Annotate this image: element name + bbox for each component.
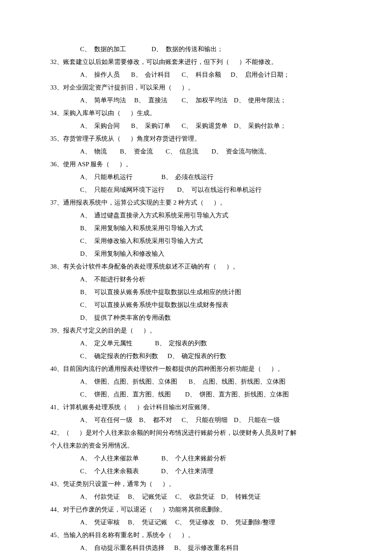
text-line: 个人往来款的资金另用情况。: [50, 439, 342, 452]
text-line: C、 只能在局域网环境下运行 D、 可以在线运行和单机运行: [50, 183, 342, 196]
text-line: A、 定义单元属性 B、 定报表的列数: [50, 337, 342, 350]
text-line: C、 确定报表的行数和列数 D、 确定报表的行数: [50, 350, 342, 362]
text-line: C、 采用修改输入和系统采用引导输入方式: [50, 234, 342, 247]
text-line: 44、对于已作废的凭证，可以退还（ ）功能将其彻底删除。: [50, 503, 342, 516]
text-line: A、 凭证审核 B、 凭证记账 C、 凭证修改 D、 凭证删除/整理: [50, 516, 342, 529]
text-line: C、 可以直接从账务系统中提取数据以生成财务报表: [50, 298, 342, 311]
text-line: A、 付款凭证 B、 记账凭证 C、 收款凭证 D、 转账凭证: [50, 490, 342, 503]
text-line: A、 通过键盘直接录入方式和系统采用引导输入方式: [50, 209, 342, 222]
text-line: A、 只能单机运行 B、 必须在线运行: [50, 171, 342, 183]
text-line: 42、（ ）是对个人往来款余额的时间分布情况进行账龄分析，以便财务人员及时了解: [50, 426, 342, 439]
text-line: C、 饼图、点图、直方图、线图 D、 饼图、直方图、折线图、立体图: [50, 388, 342, 401]
text-line: A、 操作人员 B、 会计科目 C、 科目余额 D、 启用会计日期；: [50, 68, 342, 81]
text-line: A、 简单平均法 B、 直接法 C、 加权平均法 D、 使用年限法；: [50, 94, 342, 107]
text-line: A、 不能进行财务分析: [50, 273, 342, 286]
text-line: C、 个人往来余额表 D、 个人往来清理: [50, 465, 342, 477]
text-line: B、 可以直接从账务系统中提取数据以生成相应的统计图: [50, 286, 342, 298]
text-line: 43、凭证类别只设置一种，通常为（ ）。: [50, 477, 342, 490]
text-line: A、 采购合同 B、 采购订单 C、 采购退货单 D、 采购付款单；: [50, 119, 342, 132]
text-line: D、 采用复制输入和修改输入: [50, 247, 342, 260]
text-line: A、 个人往来催款单 B、 个人往来账龄分析: [50, 452, 342, 465]
text-line: A、 饼图、点图、折线图、立体图 B、 点图、线图、折线图、立体图: [50, 375, 342, 388]
text-line: C、 数据的加工 D、 数据的传送和输出；: [50, 43, 342, 55]
text-line: 39、报表尺寸定义的目的是（ ）。: [50, 324, 342, 337]
text-line: 33、对企业固定资产计提折旧，可以采用（ ）。: [50, 81, 342, 94]
text-line: B、 采用复制输入和系统采用引导输入方式: [50, 222, 342, 234]
text-line: 38、有关会计软件本身配备的表处理系统叙述不正确的有（ ）。: [50, 260, 342, 273]
text-line: 37、通用报表系统中，运算公式实现的主要 2 种方式（ ）。: [50, 196, 342, 209]
text-line: 32、账套建立以后如果需要修改，可以由账套来进行，但下列（ ）不能修改。: [50, 55, 342, 68]
text-line: 34、采购入库单可以由（ ）生成。: [50, 107, 342, 119]
text-line: 41、计算机账务处理系统（ ）会计科目输出对应账簿。: [50, 401, 342, 413]
text-line: A、 可在任何一级 B、 都不对 C、 只能在明细 D、 只能在一级: [50, 413, 342, 426]
text-line: 36、使用 ASP 服务（ ）。: [50, 158, 342, 171]
text-line: A、 自动提示重名科目供选择 B、 提示修改重名科目: [50, 541, 342, 554]
text-line: 45、当输入的科目名称有重名时，系统令（ ）。: [50, 529, 342, 541]
document-body: C、 数据的加工 D、 数据的传送和输出；32、账套建立以后如果需要修改，可以由…: [50, 43, 342, 555]
text-line: 35、存货管理子系统从（ ）角度对存货进行管理。: [50, 132, 342, 145]
text-line: D、 提供了种类丰富的专用函数: [50, 311, 342, 324]
text-line: 40、目前国内流行的通用报表处理软件一般都提供的四种图形分析功能是（ ）。: [50, 362, 342, 375]
text-line: A、 物流 B、 资金流 C、 信息流 D、 资金流与物流、: [50, 145, 342, 158]
